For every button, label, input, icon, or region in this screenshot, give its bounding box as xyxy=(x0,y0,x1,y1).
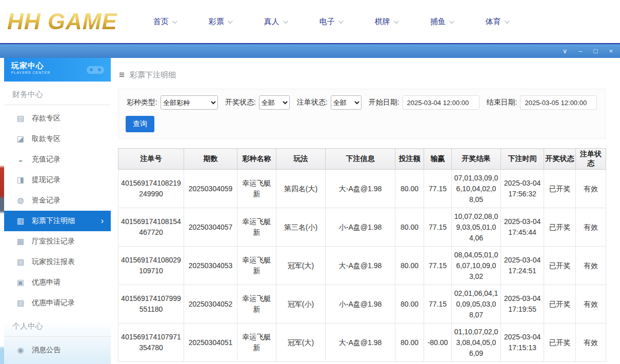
nav-item-home[interactable]: 首页 xyxy=(153,17,176,27)
sidebar-item-label: 玩家投注报表 xyxy=(32,257,75,267)
nav-label: 体育 xyxy=(486,17,501,27)
sidebar-item-deposit-zone[interactable]: ▤ 存款专区 xyxy=(4,108,111,129)
table-cell: 第四名(大) xyxy=(276,170,326,208)
nav-label: 棋牌 xyxy=(375,17,390,27)
nav-item-lottery[interactable]: 彩票 xyxy=(209,17,231,27)
sidebar-item-label: 存款专区 xyxy=(32,114,61,123)
table-cell: 20250304059 xyxy=(184,170,237,208)
window-maximize-icon[interactable]: □ xyxy=(594,48,598,54)
draw-status-label: 开奖状态: xyxy=(225,98,256,107)
end-date-label: 结束日期: xyxy=(487,98,517,107)
table-cell: 401569174108219249990 xyxy=(118,170,184,208)
sidebar-item-player-bet-report[interactable]: ▧ 玩家投注报表 xyxy=(4,252,111,272)
table-cell: 小-A盘@1.98 xyxy=(326,208,395,247)
table-cell: 大-A盘@1.98 xyxy=(326,170,395,208)
table-row: 40156917410802910971020250304053幸运飞艇新冠军(… xyxy=(118,247,606,285)
table-cell: 幸运飞艇新 xyxy=(237,247,276,285)
table-cell: 401569174108154467720 xyxy=(118,208,184,247)
table-header-cell: 下注信息 xyxy=(326,149,395,170)
nav-item-slots[interactable]: 电子 xyxy=(319,17,342,27)
end-date-input[interactable] xyxy=(520,95,597,110)
table-header-cell: 期数 xyxy=(184,149,237,170)
lottery-type-select[interactable]: 全部彩种 xyxy=(161,95,218,110)
recharge-icon: ◒ xyxy=(16,155,25,164)
sidebar-section-personal: 个人中心 xyxy=(4,313,111,337)
start-date-input[interactable] xyxy=(403,95,479,110)
sidebar-item-funds-records[interactable]: ◍ 资金记录 xyxy=(4,190,111,211)
table-header-cell: 下注时间 xyxy=(501,149,544,170)
chevron-right-icon: › xyxy=(101,216,104,226)
nav-label: 首页 xyxy=(153,17,169,27)
table-header-cell: 彩种名称 xyxy=(237,149,276,170)
table-header-row: 注单号期数彩种名称玩法下注信息投注额输赢开奖结果下注时间开奖状态注单状态 xyxy=(118,149,606,170)
sidebar-item-promo-apply-records[interactable]: ▨ 优惠申请记录 xyxy=(4,293,111,313)
order-status-select[interactable]: 全部 xyxy=(331,95,362,110)
sidebar-item-recharge-records[interactable]: ◒ 充值记录 xyxy=(4,149,111,170)
table-cell: 20250304051 xyxy=(184,323,237,362)
bet-table-body: 40156917410821924999020250304059幸运飞艇新第四名… xyxy=(118,170,606,362)
sidebar: 玩家中心 PLAYERS CENTER 财务中心 ▤ 存款专区 ◪ 取款专区 ◒… xyxy=(4,58,111,364)
window-close-icon[interactable]: × xyxy=(609,48,613,54)
table-header-cell: 注单号 xyxy=(118,149,184,170)
table-row: 40156917410821924999020250304059幸运飞艇新第四名… xyxy=(118,170,606,208)
bell-icon: ◉ xyxy=(16,346,25,355)
menu-toggle-icon[interactable]: ≡ xyxy=(119,69,125,80)
sidebar-header: 玩家中心 PLAYERS CENTER xyxy=(4,58,111,82)
order-status-label: 注单状态: xyxy=(297,98,328,107)
window-collapse-icon[interactable]: ∨ xyxy=(563,48,568,54)
nav-item-live[interactable]: 真人 xyxy=(264,17,287,27)
report-icon: ▧ xyxy=(16,257,25,267)
brand-logo-text: HH GAME xyxy=(7,9,117,34)
table-cell: 已开奖 xyxy=(544,323,576,362)
table-cell: 20250304053 xyxy=(184,247,237,285)
promo-apply-icon: ▣ xyxy=(16,278,25,287)
table-cell: 已开奖 xyxy=(544,208,576,247)
nav-label: 彩票 xyxy=(209,17,224,27)
table-cell: 20250304052 xyxy=(184,285,237,323)
table-cell: 2025-03-04 17:15:13 xyxy=(501,323,544,362)
sidebar-item-message-announcements[interactable]: ◉ 消息公告 xyxy=(4,340,111,360)
sidebar-item-label: 资金记录 xyxy=(32,196,61,205)
chevron-down-icon xyxy=(228,18,233,24)
sidebar-item-label: 优惠申请 xyxy=(32,278,61,287)
sidebar-item-label: 优惠申请记录 xyxy=(32,298,75,308)
chevron-down-icon xyxy=(505,18,510,24)
withdraw-icon: ◪ xyxy=(16,134,25,144)
deposit-icon: ▤ xyxy=(16,114,25,123)
table-cell: 大-A盘@1.98 xyxy=(326,323,395,362)
sidebar-item-lottery-bet-details[interactable]: ▥ 彩票下注明细 › xyxy=(4,211,111,231)
table-cell: 有效 xyxy=(576,247,606,285)
window-titlebar: ∨ – □ × xyxy=(0,44,620,58)
sidebar-item-label: 充值记录 xyxy=(32,155,61,164)
sidebar-item-promo-apply[interactable]: ▣ 优惠申请 xyxy=(4,272,111,293)
table-cell: 冠军(大) xyxy=(276,247,326,285)
table-header-cell: 玩法 xyxy=(276,149,326,170)
site-header: HH GAME 首页 彩票 真人 电子 棋牌 捕鱼 体育 xyxy=(0,0,620,44)
filter-panel: 彩种类型: 全部彩种 开奖状态: 全部 注单状态: 全部 开始日期: 结束日期:… xyxy=(118,89,606,139)
nav-item-board-games[interactable]: 棋牌 xyxy=(375,17,397,27)
table-cell: 77.15 xyxy=(424,247,452,285)
top-nav: 首页 彩票 真人 电子 棋牌 捕鱼 体育 xyxy=(153,17,508,27)
sidebar-item-label: 消息公告 xyxy=(32,346,61,355)
window-minimize-icon[interactable]: – xyxy=(578,48,582,54)
sidebar-item-withdrawal-records[interactable]: ◨ 提现记录 xyxy=(4,170,111,190)
gamepad-icon xyxy=(85,63,106,76)
sidebar-item-label: 厅室投注记录 xyxy=(32,237,75,246)
nav-item-fishing[interactable]: 捕鱼 xyxy=(430,17,453,27)
table-row: 40156917410797135478020250304051幸运飞艇新冠军(… xyxy=(118,323,606,362)
table-cell: 幸运飞艇新 xyxy=(237,208,276,247)
sidebar-item-hall-bet-records[interactable]: ▦ 厅室投注记录 xyxy=(4,231,111,252)
window-body: 玩家中心 PLAYERS CENTER 财务中心 ▤ 存款专区 ◪ 取款专区 ◒… xyxy=(0,58,620,364)
nav-item-sports[interactable]: 体育 xyxy=(486,17,508,27)
search-button[interactable]: 查询 xyxy=(126,116,154,132)
table-cell: 有效 xyxy=(576,170,606,208)
table-cell: 已开奖 xyxy=(544,247,576,285)
chevron-down-icon xyxy=(283,18,288,24)
nav-label: 电子 xyxy=(319,17,335,27)
chevron-down-icon xyxy=(394,18,399,24)
table-header-cell: 注单状态 xyxy=(576,149,606,170)
draw-status-select[interactable]: 全部 xyxy=(259,95,290,110)
sidebar-item-withdraw-zone[interactable]: ◪ 取款专区 xyxy=(4,129,111,149)
table-cell: 07,01,03,09,06,10,04,02,08,05 xyxy=(452,170,501,208)
sidebar-item-label: 取款专区 xyxy=(32,134,61,144)
